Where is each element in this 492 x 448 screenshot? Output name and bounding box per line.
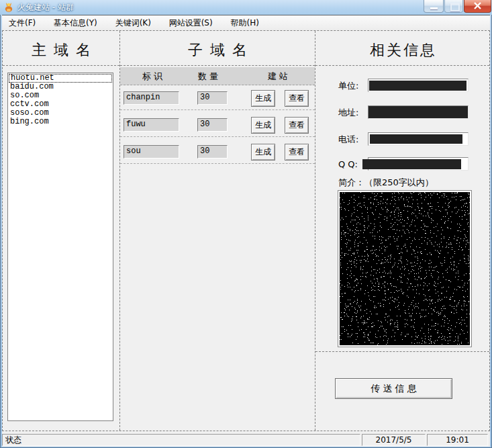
phone-input[interactable] — [368, 132, 469, 146]
header-tag: 标 识 — [124, 67, 181, 85]
row-separator — [120, 136, 315, 137]
header-count: 数 量 — [187, 67, 229, 85]
generate-button[interactable]: 生成 — [251, 117, 275, 134]
maximize-button[interactable] — [444, 0, 463, 13]
header-build: 建 站 — [252, 67, 304, 85]
count-input[interactable]: 30 — [197, 91, 228, 105]
address-label: 地址: — [338, 106, 358, 120]
view-button[interactable]: 查看 — [285, 90, 309, 107]
tag-input[interactable]: chanpin — [124, 91, 179, 105]
app-window: 火兔建站 - 站群 文件(F) 基本信息(Y) 关键词(K) 网站设置(S) 帮… — [0, 0, 492, 448]
tag-input[interactable]: sou — [124, 145, 179, 159]
title-bar[interactable]: 火兔建站 - 站群 — [0, 0, 492, 15]
main-domain-title: 主域名 — [3, 31, 119, 66]
qq-label: Q Q: — [338, 158, 358, 171]
status-bar: 状态 2017/5/5 19:01 — [2, 433, 490, 447]
menu-file[interactable]: 文件(F) — [2, 15, 42, 30]
redaction-bar — [368, 106, 468, 118]
redaction-bar — [369, 81, 466, 91]
intro-label: 简介：（限250字以内） — [338, 177, 434, 189]
count-input[interactable]: 30 — [197, 118, 228, 132]
status-text: 状态 — [2, 434, 360, 446]
menu-basic-info[interactable]: 基本信息(Y) — [47, 15, 104, 30]
count-input[interactable]: 30 — [197, 145, 228, 159]
generate-button[interactable]: 生成 — [251, 144, 275, 161]
unit-input[interactable] — [368, 79, 469, 92]
info-panel: 相关信息 单位: 地址: 电话: Q Q: 简介：（限250字以内） — [315, 31, 489, 431]
domain-listbox[interactable]: huotu.net baidu.com so.com cctv.com soso… — [7, 73, 113, 421]
redaction-bar — [362, 159, 461, 169]
status-time: 19:01 — [427, 434, 488, 446]
minimize-button[interactable] — [424, 0, 444, 13]
client-area: 文件(F) 基本信息(Y) 关键词(K) 网站设置(S) 帮助(H) 主域名 h… — [2, 15, 490, 446]
view-button[interactable]: 查看 — [285, 144, 309, 161]
address-input[interactable] — [368, 105, 469, 119]
phone-label: 电话: — [338, 133, 358, 146]
window-title: 火兔建站 - 站群 — [17, 0, 74, 15]
menu-help[interactable]: 帮助(H) — [224, 15, 266, 30]
redaction-bar — [370, 134, 462, 144]
unit-label: 单位: — [338, 79, 358, 93]
menu-bar: 文件(F) 基本信息(Y) 关键词(K) 网站设置(S) 帮助(H) — [2, 15, 490, 30]
sub-domain-panel: 子域名 标 识 数 量 建 站 chanpin 30 生成 查看 fuwu 30… — [120, 31, 315, 431]
row-separator — [120, 163, 315, 164]
tag-input[interactable]: fuwu — [124, 118, 179, 132]
minimize-icon — [430, 7, 438, 9]
sub-domain-title: 子域名 — [120, 31, 315, 66]
info-title: 相关信息 — [315, 31, 489, 66]
menu-keywords[interactable]: 关键词(K) — [109, 15, 158, 30]
maximize-icon — [450, 3, 460, 11]
send-info-button[interactable]: 传送信息 — [335, 378, 452, 399]
qq-input[interactable] — [368, 157, 469, 171]
row-separator — [120, 109, 315, 110]
view-button[interactable]: 查看 — [285, 117, 309, 134]
domain-list-item[interactable]: bing.com — [9, 118, 112, 126]
generate-button[interactable]: 生成 — [251, 90, 275, 107]
main-domain-panel: 主域名 huotu.net baidu.com so.com cctv.com … — [3, 31, 120, 431]
close-icon — [473, 1, 483, 12]
app-icon — [3, 2, 14, 13]
status-date: 2017/5/5 — [362, 434, 426, 446]
menu-site-settings[interactable]: 网站设置(S) — [162, 15, 219, 30]
sub-domain-header-row: 标 识 数 量 建 站 — [120, 67, 315, 85]
redacted-noise-image — [340, 192, 470, 345]
workspace: 主域名 huotu.net baidu.com so.com cctv.com … — [2, 30, 490, 431]
close-button[interactable] — [464, 0, 491, 13]
intro-textarea[interactable] — [338, 190, 472, 347]
section-separator — [315, 351, 489, 352]
